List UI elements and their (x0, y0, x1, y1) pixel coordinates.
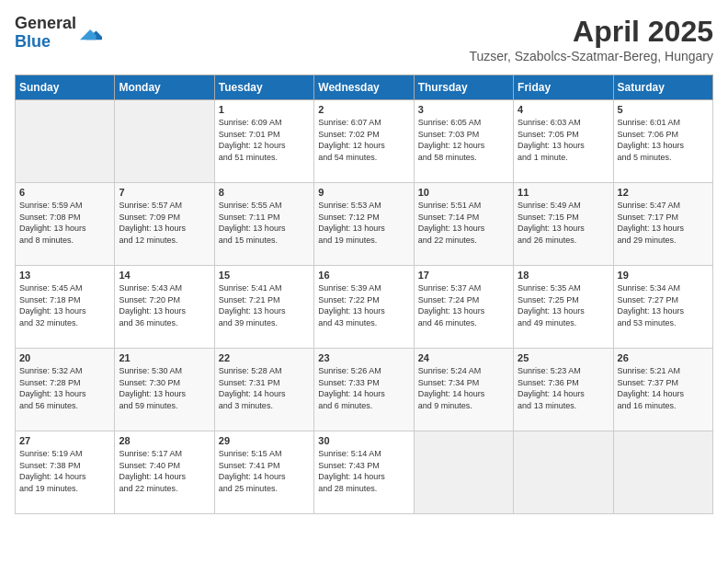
day-cell: 10Sunrise: 5:51 AM Sunset: 7:14 PM Dayli… (414, 183, 513, 266)
day-cell (613, 431, 712, 514)
day-cell: 20Sunrise: 5:32 AM Sunset: 7:28 PM Dayli… (16, 349, 115, 431)
day-cell (514, 431, 613, 514)
day-info: Sunrise: 6:01 AM Sunset: 7:06 PM Dayligh… (618, 117, 709, 163)
day-cell: 11Sunrise: 5:49 AM Sunset: 7:15 PM Dayli… (514, 183, 613, 266)
calendar-header: SundayMondayTuesdayWednesdayThursdayFrid… (16, 75, 713, 100)
svg-marker-1 (80, 29, 97, 40)
day-number: 12 (618, 187, 709, 198)
day-number: 26 (618, 352, 709, 363)
day-info: Sunrise: 5:30 AM Sunset: 7:30 PM Dayligh… (119, 365, 210, 411)
header-day-thursday: Thursday (414, 75, 513, 100)
calendar-body: 1Sunrise: 6:09 AM Sunset: 7:01 PM Daylig… (16, 100, 713, 514)
day-info: Sunrise: 5:47 AM Sunset: 7:17 PM Dayligh… (618, 200, 709, 246)
day-info: Sunrise: 6:03 AM Sunset: 7:05 PM Dayligh… (518, 117, 609, 163)
day-info: Sunrise: 6:05 AM Sunset: 7:03 PM Dayligh… (418, 117, 509, 163)
day-cell: 19Sunrise: 5:34 AM Sunset: 7:27 PM Dayli… (613, 266, 712, 349)
day-number: 29 (219, 435, 310, 446)
day-cell: 4Sunrise: 6:03 AM Sunset: 7:05 PM Daylig… (514, 100, 613, 183)
day-number: 25 (518, 352, 609, 363)
day-cell: 3Sunrise: 6:05 AM Sunset: 7:03 PM Daylig… (414, 100, 513, 183)
logo-icon (80, 22, 102, 44)
day-number: 3 (418, 104, 509, 115)
day-info: Sunrise: 5:43 AM Sunset: 7:20 PM Dayligh… (119, 282, 210, 328)
day-number: 6 (19, 187, 110, 198)
day-info: Sunrise: 5:51 AM Sunset: 7:14 PM Dayligh… (418, 200, 509, 246)
day-info: Sunrise: 5:34 AM Sunset: 7:27 PM Dayligh… (618, 282, 709, 328)
day-cell: 29Sunrise: 5:15 AM Sunset: 7:41 PM Dayli… (214, 431, 313, 514)
day-number: 1 (219, 104, 310, 115)
day-info: Sunrise: 5:49 AM Sunset: 7:15 PM Dayligh… (518, 200, 609, 246)
calendar-subtitle: Tuzser, Szabolcs-Szatmar-Bereg, Hungary (469, 49, 713, 63)
week-row-2: 13Sunrise: 5:45 AM Sunset: 7:18 PM Dayli… (16, 266, 713, 349)
day-info: Sunrise: 6:07 AM Sunset: 7:02 PM Dayligh… (318, 117, 409, 163)
day-cell: 28Sunrise: 5:17 AM Sunset: 7:40 PM Dayli… (115, 431, 214, 514)
logo: General Blue (15, 15, 102, 52)
day-info: Sunrise: 5:21 AM Sunset: 7:37 PM Dayligh… (618, 365, 709, 411)
header-day-tuesday: Tuesday (214, 75, 313, 100)
day-cell (414, 431, 513, 514)
day-cell: 2Sunrise: 6:07 AM Sunset: 7:02 PM Daylig… (314, 100, 414, 183)
day-cell: 23Sunrise: 5:26 AM Sunset: 7:33 PM Dayli… (314, 349, 414, 431)
day-info: Sunrise: 5:19 AM Sunset: 7:38 PM Dayligh… (19, 448, 110, 494)
day-info: Sunrise: 5:17 AM Sunset: 7:40 PM Dayligh… (119, 448, 210, 494)
day-number: 5 (618, 104, 709, 115)
day-info: Sunrise: 5:35 AM Sunset: 7:25 PM Dayligh… (518, 282, 609, 328)
day-cell: 17Sunrise: 5:37 AM Sunset: 7:24 PM Dayli… (414, 266, 513, 349)
header-day-sunday: Sunday (16, 75, 115, 100)
header-row: SundayMondayTuesdayWednesdayThursdayFrid… (16, 75, 713, 100)
day-info: Sunrise: 5:15 AM Sunset: 7:41 PM Dayligh… (219, 448, 310, 494)
day-info: Sunrise: 6:09 AM Sunset: 7:01 PM Dayligh… (219, 117, 310, 163)
day-number: 15 (219, 270, 310, 281)
day-cell: 16Sunrise: 5:39 AM Sunset: 7:22 PM Dayli… (314, 266, 414, 349)
day-cell: 6Sunrise: 5:59 AM Sunset: 7:08 PM Daylig… (16, 183, 115, 266)
day-number: 28 (119, 435, 210, 446)
week-row-3: 20Sunrise: 5:32 AM Sunset: 7:28 PM Dayli… (16, 349, 713, 431)
day-number: 24 (418, 352, 509, 363)
day-cell: 15Sunrise: 5:41 AM Sunset: 7:21 PM Dayli… (214, 266, 313, 349)
header-day-wednesday: Wednesday (314, 75, 414, 100)
day-number: 17 (418, 270, 509, 281)
day-info: Sunrise: 5:37 AM Sunset: 7:24 PM Dayligh… (418, 282, 509, 328)
day-number: 22 (219, 352, 310, 363)
day-cell: 22Sunrise: 5:28 AM Sunset: 7:31 PM Dayli… (214, 349, 313, 431)
day-number: 18 (518, 270, 609, 281)
day-cell: 30Sunrise: 5:14 AM Sunset: 7:43 PM Dayli… (314, 431, 414, 514)
day-info: Sunrise: 5:53 AM Sunset: 7:12 PM Dayligh… (318, 200, 409, 246)
day-cell: 18Sunrise: 5:35 AM Sunset: 7:25 PM Dayli… (514, 266, 613, 349)
day-info: Sunrise: 5:57 AM Sunset: 7:09 PM Dayligh… (119, 200, 210, 246)
header: General Blue April 2025 Tuzser, Szabolcs… (15, 15, 713, 63)
day-cell: 5Sunrise: 6:01 AM Sunset: 7:06 PM Daylig… (613, 100, 712, 183)
day-number: 20 (19, 352, 110, 363)
day-cell: 8Sunrise: 5:55 AM Sunset: 7:11 PM Daylig… (214, 183, 313, 266)
day-number: 9 (318, 187, 409, 198)
day-cell: 26Sunrise: 5:21 AM Sunset: 7:37 PM Dayli… (613, 349, 712, 431)
day-cell: 1Sunrise: 6:09 AM Sunset: 7:01 PM Daylig… (214, 100, 313, 183)
day-cell (115, 100, 214, 183)
header-day-monday: Monday (115, 75, 214, 100)
day-info: Sunrise: 5:28 AM Sunset: 7:31 PM Dayligh… (219, 365, 310, 411)
day-cell: 25Sunrise: 5:23 AM Sunset: 7:36 PM Dayli… (514, 349, 613, 431)
day-number: 16 (318, 270, 409, 281)
day-info: Sunrise: 5:45 AM Sunset: 7:18 PM Dayligh… (19, 282, 110, 328)
day-cell: 7Sunrise: 5:57 AM Sunset: 7:09 PM Daylig… (115, 183, 214, 266)
day-number: 19 (618, 270, 709, 281)
day-number: 21 (119, 352, 210, 363)
header-day-friday: Friday (514, 75, 613, 100)
day-info: Sunrise: 5:24 AM Sunset: 7:34 PM Dayligh… (418, 365, 509, 411)
day-number: 4 (518, 104, 609, 115)
day-number: 2 (318, 104, 409, 115)
day-info: Sunrise: 5:59 AM Sunset: 7:08 PM Dayligh… (19, 200, 110, 246)
week-row-0: 1Sunrise: 6:09 AM Sunset: 7:01 PM Daylig… (16, 100, 713, 183)
day-cell: 27Sunrise: 5:19 AM Sunset: 7:38 PM Dayli… (16, 431, 115, 514)
day-number: 10 (418, 187, 509, 198)
calendar-title: April 2025 (469, 15, 713, 49)
day-number: 30 (318, 435, 409, 446)
day-info: Sunrise: 5:41 AM Sunset: 7:21 PM Dayligh… (219, 282, 310, 328)
day-info: Sunrise: 5:23 AM Sunset: 7:36 PM Dayligh… (518, 365, 609, 411)
header-day-saturday: Saturday (613, 75, 712, 100)
week-row-4: 27Sunrise: 5:19 AM Sunset: 7:38 PM Dayli… (16, 431, 713, 514)
day-cell: 21Sunrise: 5:30 AM Sunset: 7:30 PM Dayli… (115, 349, 214, 431)
logo-blue: Blue (15, 33, 76, 52)
day-cell: 14Sunrise: 5:43 AM Sunset: 7:20 PM Dayli… (115, 266, 214, 349)
day-number: 27 (19, 435, 110, 446)
